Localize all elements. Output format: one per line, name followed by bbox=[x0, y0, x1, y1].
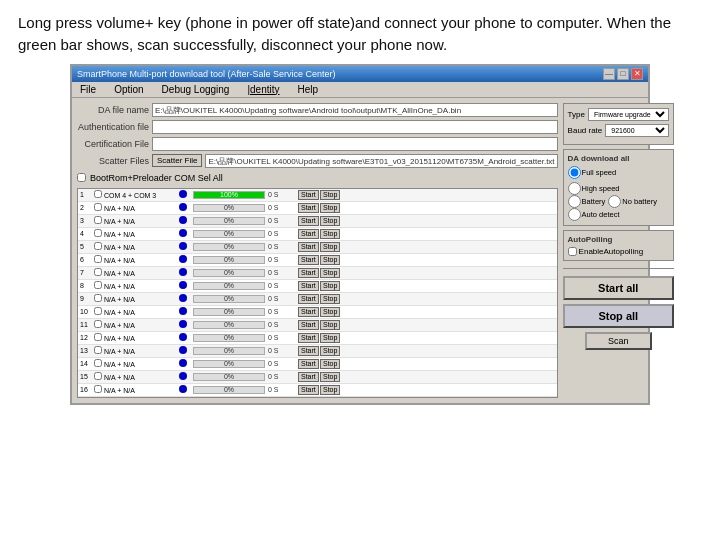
row-port: N/A + N/A bbox=[94, 294, 179, 303]
enable-auto-polling-checkbox[interactable] bbox=[568, 247, 577, 256]
table-row: 16 N/A + N/A 0% 0 S Start Stop bbox=[78, 384, 557, 397]
row-checkbox[interactable] bbox=[94, 255, 102, 263]
scatter-file-button[interactable]: Scatter File bbox=[152, 154, 202, 167]
stop-button[interactable]: Stop bbox=[320, 216, 340, 226]
row-os: 0 S bbox=[268, 204, 298, 211]
da-file-input[interactable]: E:\品牌\OUKITEL K4000\Updating software\An… bbox=[152, 103, 558, 117]
close-button[interactable]: ✕ bbox=[631, 68, 643, 80]
scatter-file-input[interactable]: E:\品牌\OUKITEL K4000\Updating software\E3… bbox=[205, 154, 557, 168]
type-select[interactable]: Firmware upgrade bbox=[588, 108, 669, 121]
bootflag-checkbox[interactable] bbox=[77, 173, 86, 182]
start-button[interactable]: Start bbox=[298, 216, 319, 226]
speed-radio-row: Full speed High speed bbox=[568, 166, 669, 195]
stop-button[interactable]: Stop bbox=[320, 203, 340, 213]
maximize-button[interactable]: □ bbox=[617, 68, 629, 80]
row-checkbox[interactable] bbox=[94, 242, 102, 250]
stop-button[interactable]: Stop bbox=[320, 268, 340, 278]
status-dot bbox=[179, 294, 187, 302]
start-button[interactable]: Start bbox=[298, 190, 319, 200]
stop-button[interactable]: Stop bbox=[320, 385, 340, 395]
progress-text: 0% bbox=[194, 218, 264, 224]
row-dot bbox=[179, 385, 193, 395]
stop-button[interactable]: Stop bbox=[320, 294, 340, 304]
battery-radio[interactable] bbox=[568, 195, 581, 208]
start-button[interactable]: Start bbox=[298, 346, 319, 356]
row-progress: 0% bbox=[193, 269, 268, 277]
status-dot bbox=[179, 346, 187, 354]
row-num: 4 bbox=[80, 230, 94, 237]
row-checkbox[interactable] bbox=[94, 216, 102, 224]
stop-button[interactable]: Stop bbox=[320, 281, 340, 291]
row-checkbox[interactable] bbox=[94, 190, 102, 198]
row-checkbox[interactable] bbox=[94, 268, 102, 276]
start-button[interactable]: Start bbox=[298, 359, 319, 369]
no-battery-radio[interactable] bbox=[608, 195, 621, 208]
table-row: 7 N/A + N/A 0% 0 S Start Stop bbox=[78, 267, 557, 280]
row-stop: Stop bbox=[320, 359, 342, 369]
stop-button[interactable]: Stop bbox=[320, 333, 340, 343]
menu-file[interactable]: File bbox=[76, 83, 100, 96]
auto-detect-radio[interactable] bbox=[568, 208, 581, 221]
row-checkbox[interactable] bbox=[94, 281, 102, 289]
high-speed-radio[interactable] bbox=[568, 182, 581, 195]
row-stop: Stop bbox=[320, 216, 342, 226]
progress-bar: 0% bbox=[193, 360, 265, 368]
stop-button[interactable]: Stop bbox=[320, 359, 340, 369]
row-checkbox[interactable] bbox=[94, 385, 102, 393]
progress-text: 0% bbox=[194, 231, 264, 237]
stop-button[interactable]: Stop bbox=[320, 190, 340, 200]
baud-select[interactable]: 921600 bbox=[605, 124, 669, 137]
start-button[interactable]: Start bbox=[298, 385, 319, 395]
row-checkbox[interactable] bbox=[94, 320, 102, 328]
full-speed-radio[interactable] bbox=[568, 166, 581, 179]
stop-button[interactable]: Stop bbox=[320, 229, 340, 239]
stop-button[interactable]: Stop bbox=[320, 320, 340, 330]
menu-help[interactable]: Help bbox=[294, 83, 323, 96]
row-checkbox[interactable] bbox=[94, 346, 102, 354]
stop-button[interactable]: Stop bbox=[320, 346, 340, 356]
row-checkbox[interactable] bbox=[94, 203, 102, 211]
row-checkbox[interactable] bbox=[94, 333, 102, 341]
stop-button[interactable]: Stop bbox=[320, 255, 340, 265]
row-progress: 0% bbox=[193, 217, 268, 225]
progress-text: 0% bbox=[194, 322, 264, 328]
row-num: 13 bbox=[80, 347, 94, 354]
start-button[interactable]: Start bbox=[298, 372, 319, 382]
stop-button[interactable]: Stop bbox=[320, 242, 340, 252]
row-progress: 0% bbox=[193, 386, 268, 394]
stop-button[interactable]: Stop bbox=[320, 307, 340, 317]
start-button[interactable]: Start bbox=[298, 294, 319, 304]
row-stop: Stop bbox=[320, 242, 342, 252]
stop-button[interactable]: Stop bbox=[320, 372, 340, 382]
minimize-button[interactable]: — bbox=[603, 68, 615, 80]
row-checkbox[interactable] bbox=[94, 229, 102, 237]
start-button[interactable]: Start bbox=[298, 242, 319, 252]
start-button[interactable]: Start bbox=[298, 333, 319, 343]
scan-button[interactable]: Scan bbox=[585, 332, 652, 350]
row-checkbox[interactable] bbox=[94, 372, 102, 380]
start-button[interactable]: Start bbox=[298, 320, 319, 330]
stop-all-button[interactable]: Stop all bbox=[563, 304, 674, 328]
progress-bar: 0% bbox=[193, 230, 265, 238]
menu-option[interactable]: Option bbox=[110, 83, 147, 96]
row-checkbox[interactable] bbox=[94, 294, 102, 302]
cert-file-input[interactable] bbox=[152, 137, 558, 151]
row-checkbox[interactable] bbox=[94, 307, 102, 315]
start-button[interactable]: Start bbox=[298, 281, 319, 291]
row-progress: 0% bbox=[193, 321, 268, 329]
start-all-button[interactable]: Start all bbox=[563, 276, 674, 300]
row-port: N/A + N/A bbox=[94, 203, 179, 212]
start-button[interactable]: Start bbox=[298, 268, 319, 278]
row-checkbox[interactable] bbox=[94, 359, 102, 367]
auth-file-input[interactable] bbox=[152, 120, 558, 134]
start-button[interactable]: Start bbox=[298, 255, 319, 265]
start-button[interactable]: Start bbox=[298, 203, 319, 213]
progress-bar: 0% bbox=[193, 256, 265, 264]
row-os: 0 S bbox=[268, 282, 298, 289]
menu-debug-logging[interactable]: Debug Logging bbox=[158, 83, 234, 96]
start-button[interactable]: Start bbox=[298, 307, 319, 317]
row-dot bbox=[179, 346, 193, 356]
table-row: 1 COM 4 + COM 3 100% 0 S Start Stop bbox=[78, 189, 557, 202]
start-button[interactable]: Start bbox=[298, 229, 319, 239]
menu-identity[interactable]: |dentity bbox=[243, 83, 283, 96]
